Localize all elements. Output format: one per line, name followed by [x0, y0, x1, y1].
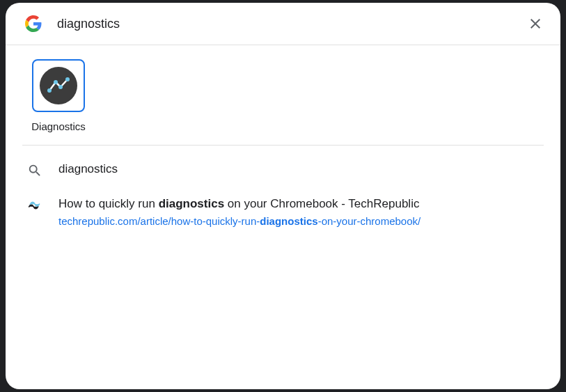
google-logo-icon: [25, 15, 42, 32]
app-label: Diagnostics: [31, 120, 86, 132]
web-result-url: techrepublic.com/article/how-to-quickly-…: [58, 214, 544, 228]
web-result[interactable]: How to quickly run diagnostics on your C…: [6, 187, 560, 237]
search-results: diagnostics How to quickly run diagnosti…: [6, 146, 560, 244]
search-icon: [26, 162, 43, 179]
suggestion-text: diagnostics: [58, 161, 544, 178]
launcher-window: Diagnostics diagnostics How to quickly: [6, 3, 560, 389]
apps-section: Diagnostics: [6, 45, 560, 145]
url-bold: diagnostics: [260, 215, 317, 227]
search-input[interactable]: [57, 17, 527, 31]
title-bold: diagnostics: [159, 197, 224, 210]
url-post: -on-your-chromebook/: [318, 215, 421, 227]
svg-point-0: [47, 88, 52, 93]
title-post: on your Chromebook - TechRepublic: [224, 197, 419, 210]
svg-point-1: [54, 80, 58, 84]
web-result-title: How to quickly run diagnostics on your C…: [58, 196, 544, 212]
search-bar: [6, 3, 560, 45]
search-suggestion[interactable]: diagnostics: [6, 152, 560, 187]
close-icon[interactable]: [527, 15, 544, 32]
web-result-body: How to quickly run diagnostics on your C…: [58, 196, 544, 228]
diagnostics-app-icon: [40, 67, 77, 104]
title-pre: How to quickly run: [58, 197, 159, 210]
url-pre: techrepublic.com/article/how-to-quickly-…: [58, 215, 260, 227]
site-favicon-icon: [26, 197, 43, 214]
svg-point-2: [58, 85, 63, 89]
app-diagnostics[interactable]: Diagnostics: [25, 59, 92, 132]
app-icon-frame: [32, 59, 85, 112]
svg-point-3: [65, 77, 70, 81]
